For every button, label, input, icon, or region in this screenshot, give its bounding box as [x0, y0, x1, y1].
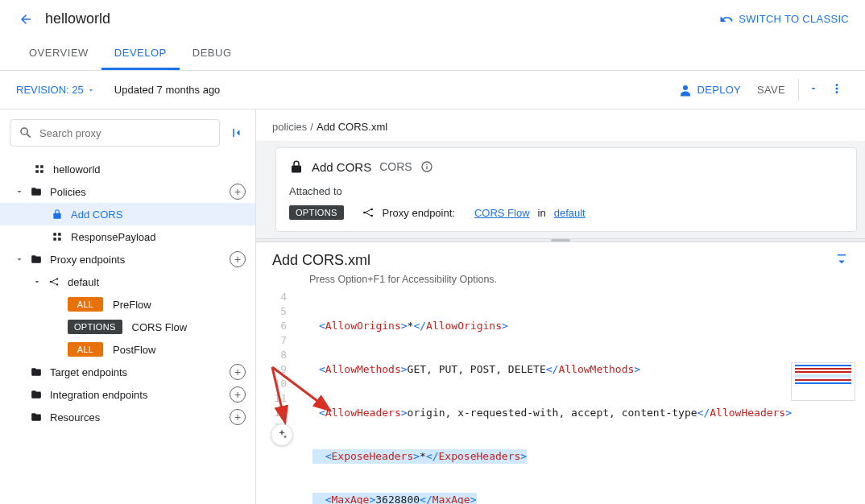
method-badge: ALL [68, 297, 103, 312]
search-input[interactable] [39, 127, 211, 139]
switch-to-classic-label: SWITCH TO CLASSIC [739, 13, 849, 25]
tree-item-postflow[interactable]: ALL PostFlow [0, 338, 255, 361]
tab-overview[interactable]: OVERVIEW [16, 38, 101, 70]
revision-label: REVISION: 25 [16, 84, 84, 96]
tree-target-endpoints-label: Target endpoints [50, 366, 127, 378]
attached-to-label: Attached to [289, 185, 843, 197]
editor-filename: Add CORS.xml [272, 252, 370, 269]
info-icon[interactable] [420, 160, 433, 173]
save-dropdown[interactable] [805, 84, 822, 96]
breadcrumb-current: Add CORS.xml [317, 121, 387, 133]
tree-policies-label: Policies [50, 186, 86, 198]
chevron-down-icon [31, 277, 43, 287]
more-menu-button[interactable] [825, 81, 849, 98]
search-icon [19, 126, 33, 140]
deploy-label: DEPLOY [697, 84, 742, 96]
chevron-down-icon [13, 254, 26, 264]
code-content[interactable]: <AllowOrigins>*</AllowOrigins> <AllowMet… [300, 290, 865, 504]
collapse-icon [229, 126, 243, 140]
more-vert-icon [830, 81, 844, 96]
divider [798, 79, 799, 101]
add-integration-endpoint-button[interactable]: + [230, 386, 246, 403]
tree-item-add-cors[interactable]: Add CORS [0, 203, 255, 225]
add-policy-button[interactable]: + [230, 184, 246, 200]
tree-root[interactable]: helloworld [0, 158, 255, 180]
tree-item-response-payload[interactable]: ResponsePayload [0, 225, 255, 248]
default-link[interactable]: default [554, 207, 586, 219]
proxy-icon [32, 163, 47, 175]
tree-item-response-payload-label: ResponsePayload [71, 231, 156, 243]
editor-header: Add CORS.xml [256, 242, 865, 274]
policy-type: CORS [379, 160, 412, 173]
add-resource-button[interactable]: + [230, 409, 246, 425]
method-badge: ALL [68, 342, 103, 357]
updated-text: Updated 7 months ago [114, 84, 221, 96]
lock-icon [50, 209, 64, 220]
save-button[interactable]: SAVE [757, 84, 785, 96]
add-proxy-endpoint-button[interactable]: + [230, 251, 246, 267]
undo-icon [719, 12, 734, 27]
search-box[interactable] [10, 119, 220, 147]
tabs-bar: OVERVIEW DEVELOP DEBUG [0, 39, 865, 71]
code-line: <MaxAge>3628800</MaxAge> [300, 493, 865, 504]
code-line: <AllowMethods>GET, PUT, POST, DELETE</Al… [300, 362, 865, 377]
code-line: <AllowHeaders>origin, x-requested-with, … [300, 406, 865, 420]
tree-resources-label: Resources [50, 411, 100, 423]
attached-to-row: OPTIONS Proxy endpoint: CORS Flow in def… [289, 205, 843, 220]
tree-item-preflow-label: PreFlow [113, 299, 151, 311]
tree-item-corsflow[interactable]: OPTIONS CORS Flow [0, 316, 255, 338]
lock-icon [289, 159, 304, 174]
folder-icon [29, 254, 43, 265]
method-badge: OPTIONS [289, 205, 344, 220]
navigation-tree: helloworld Policies + Add CORS ResponseP… [0, 153, 255, 433]
right-pane: policies / Add CORS.xml Add CORS CORS At… [256, 109, 865, 504]
collapse-sidebar-button[interactable] [226, 126, 246, 140]
tree-item-add-cors-label: Add CORS [71, 209, 122, 221]
tree-item-corsflow-label: CORS Flow [132, 321, 188, 333]
tree-target-endpoints[interactable]: Target endpoints + [0, 361, 255, 383]
tree-default-endpoint[interactable]: default [0, 271, 255, 293]
breadcrumb-sep: / [310, 121, 313, 133]
tree-proxy-endpoints[interactable]: Proxy endpoints + [0, 248, 255, 271]
tree-item-postflow-label: PostFlow [113, 344, 155, 356]
sidebar: helloworld Policies + Add CORS ResponseP… [0, 109, 256, 504]
tree-policies[interactable]: Policies + [0, 180, 255, 203]
accessibility-hint: Press Option+F1 for Accessibility Option… [256, 274, 865, 290]
sparkle-icon [275, 428, 288, 441]
switch-to-classic-button[interactable]: SWITCH TO CLASSIC [719, 12, 849, 27]
policy-name: Add CORS [312, 160, 371, 174]
code-line: <ExposeHeaders>*</ExposeHeaders> [300, 449, 865, 464]
breadcrumb-parent[interactable]: policies [272, 121, 307, 133]
folder-icon [29, 411, 43, 423]
cors-flow-link[interactable]: CORS Flow [474, 207, 530, 219]
tree-item-preflow[interactable]: ALL PreFlow [0, 293, 255, 316]
method-badge: OPTIONS [68, 320, 122, 334]
minimap[interactable] [791, 362, 855, 401]
code-editor[interactable]: 4 5 6 7 8 9 10 11 12 13 <AllowOrigins>*<… [256, 290, 865, 504]
details-section: Add CORS CORS Attached to OPTIONS Proxy … [256, 141, 865, 238]
tree-integration-endpoints[interactable]: Integration endpoints + [0, 383, 255, 406]
policy-card: Add CORS CORS Attached to OPTIONS Proxy … [275, 147, 857, 232]
revision-dropdown[interactable]: REVISION: 25 [16, 84, 95, 96]
folder-icon [29, 186, 43, 197]
header-bar: helloworld SWITCH TO CLASSIC [0, 0, 865, 39]
back-button[interactable] [16, 10, 35, 29]
tree-resources[interactable]: Resources + [0, 406, 255, 428]
tree-proxy-endpoints-label: Proxy endpoints [50, 254, 125, 266]
chevron-down-icon [87, 86, 95, 94]
grid-icon [50, 231, 64, 242]
ai-assist-button[interactable] [271, 423, 293, 446]
tab-develop[interactable]: DEVELOP [101, 38, 180, 70]
tree-default-label: default [68, 276, 99, 288]
code-line: <AllowOrigins>*</AllowOrigins> [300, 319, 865, 333]
chevron-down-icon [13, 187, 26, 196]
add-target-endpoint-button[interactable]: + [230, 364, 246, 380]
arrow-left-icon [19, 12, 33, 27]
breadcrumb: policies / Add CORS.xml [256, 109, 865, 141]
collapse-editor-button[interactable] [834, 252, 849, 269]
page-title: helloworld [45, 10, 110, 27]
tree-root-label: helloworld [53, 163, 101, 176]
deploy-button[interactable]: DEPLOY [678, 83, 742, 97]
tab-debug[interactable]: DEBUG [180, 38, 245, 70]
endpoint-icon [47, 276, 61, 287]
